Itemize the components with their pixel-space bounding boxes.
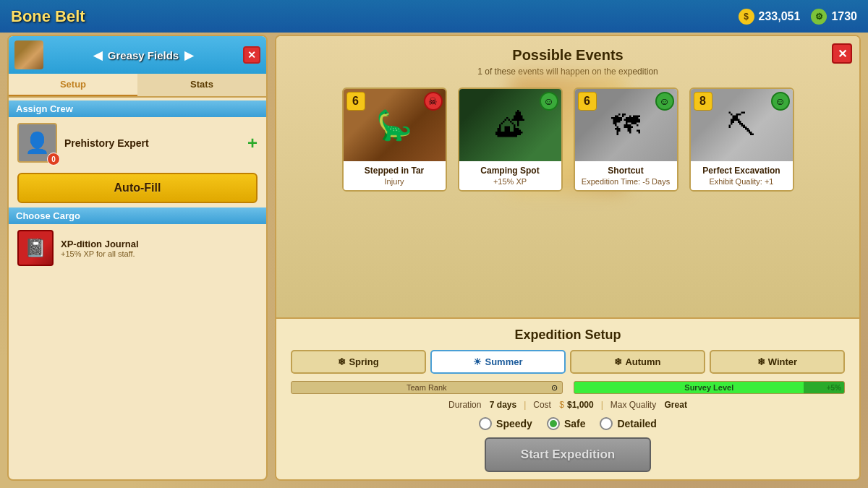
start-expedition-button[interactable]: Start Expedition — [485, 437, 651, 472]
location-thumb-img — [14, 40, 43, 69]
auto-fill-button[interactable]: Auto-Fill — [17, 173, 258, 203]
event-card-detail-1: +15% XP — [465, 177, 556, 186]
event-card-detail-0: Injury — [349, 177, 440, 186]
cargo-info: XP-dition Journal +15% XP for all staff. — [61, 239, 139, 258]
location-next-button[interactable]: ▶ — [184, 48, 193, 62]
top-bar: Bone Belt $ 233,051 ⚙ 1730 — [0, 0, 868, 33]
speedy-label: Speedy — [496, 418, 532, 429]
event-card-1[interactable]: 🏕 ☺ Camping Spot +15% XP — [458, 87, 563, 192]
crew-slot: 👤 0 Prehistory Expert + — [9, 117, 266, 168]
team-rank-bar-bg: Team Rank ⊙ — [291, 381, 563, 394]
winter-label: Winter — [768, 356, 797, 367]
summer-icon: ☀ — [473, 356, 482, 367]
season-summer-button[interactable]: ☀ Summer — [430, 350, 566, 374]
survey-level-label: Survey Level — [684, 383, 733, 392]
spring-icon: ❄ — [338, 356, 346, 367]
summer-label: Summer — [485, 356, 522, 367]
left-panel: ◀ Greasy Fields ▶ ✕ Setup Stats Assign C… — [7, 35, 268, 481]
event-status-2: ☺ — [655, 92, 674, 111]
team-rank-arrow: ⊙ — [551, 383, 558, 393]
coin-green-icon: ⚙ — [811, 9, 827, 25]
speedy-radio — [479, 417, 492, 430]
max-quality-stat: Max Quality Great — [610, 400, 687, 410]
main-close-button[interactable]: ✕ — [832, 43, 852, 64]
survey-level-bar: Survey Level +5% — [574, 381, 846, 394]
stat-sep-1: | — [524, 400, 526, 410]
spring-label: Spring — [349, 356, 378, 367]
detailed-radio — [600, 417, 613, 430]
currency-2: ⚙ 1730 — [811, 9, 857, 25]
currency-2-value: 1730 — [831, 10, 857, 23]
duration-label: Duration — [448, 400, 481, 410]
event-status-0: ☠ — [424, 92, 443, 111]
tab-stats[interactable]: Stats — [137, 74, 266, 96]
currency-1-value: 233,051 — [759, 10, 801, 23]
team-rank-bar: Team Rank ⊙ — [291, 381, 563, 394]
survey-level-bar-bg: Survey Level +5% — [574, 381, 846, 394]
event-card-info-2: Shortcut Expedition Time: -5 Days — [575, 161, 677, 190]
page-title: Bone Belt — [11, 7, 739, 26]
crew-avatar: 👤 0 — [17, 123, 57, 163]
event-card-info-0: Stepped in Tar Injury — [344, 161, 446, 190]
event-card-image-3: ⛏ 8 ☺ — [691, 89, 793, 161]
location-header: ◀ Greasy Fields ▶ ✕ — [9, 36, 266, 74]
team-rank-label: Team Rank — [407, 383, 447, 392]
location-thumbnail — [14, 40, 43, 69]
expedition-setup-title: Expedition Setup — [291, 328, 845, 343]
event-card-2[interactable]: 🗺 6 ☺ Shortcut Expedition Time: -5 Days — [574, 87, 678, 192]
resources-area: $ 233,051 ⚙ 1730 — [739, 9, 857, 25]
events-subtitle: 1 of these events will happen on the exp… — [291, 67, 845, 77]
add-crew-button[interactable]: + — [247, 133, 258, 153]
event-card-image-2: 🗺 6 ☺ — [575, 89, 677, 161]
mode-buttons: Speedy Safe Detailed — [291, 417, 845, 430]
crew-badge: 0 — [47, 153, 60, 166]
safe-label: Safe — [564, 418, 586, 429]
duration-stat: Duration 7 days — [448, 400, 516, 410]
stats-row: Duration 7 days | Cost $ $1,000 | Max Qu… — [291, 400, 845, 410]
location-close-button[interactable]: ✕ — [243, 46, 260, 64]
currency-1: $ 233,051 — [739, 9, 801, 25]
season-winter-button[interactable]: ❄ Winter — [710, 350, 845, 374]
choose-cargo-label: Choose Cargo — [9, 207, 266, 224]
main-area: ✕ Possible Events 1 of these events will… — [275, 35, 861, 481]
stat-sep-2: | — [601, 400, 603, 410]
event-card-info-1: Camping Spot +15% XP — [459, 161, 561, 190]
event-status-3: ☺ — [771, 92, 790, 111]
avatar-silhouette-icon: 👤 — [25, 131, 50, 155]
location-prev-button[interactable]: ◀ — [93, 48, 102, 62]
event-card-name-0: Stepped in Tar — [349, 166, 440, 176]
cost-stat: Cost $ $1,000 — [533, 400, 593, 410]
event-card-name-1: Camping Spot — [465, 166, 556, 176]
cargo-icon: 📓 — [17, 230, 54, 266]
location-name: Greasy Fields — [108, 49, 179, 61]
season-autumn-button[interactable]: ❄ Autumn — [570, 350, 705, 374]
event-card-0[interactable]: 🦕 6 ☠ Stepped in Tar Injury — [342, 87, 447, 192]
season-buttons: ❄ Spring ☀ Summer ❄ Autumn ❄ Winter — [291, 350, 845, 374]
crew-member-name: Prehistory Expert — [64, 137, 240, 149]
tab-setup[interactable]: Setup — [9, 74, 137, 96]
event-card-3[interactable]: ⛏ 8 ☺ Perfect Excavation Exhibit Quality… — [689, 87, 794, 192]
event-number-3: 8 — [694, 92, 712, 111]
events-area: Possible Events 1 of these events will h… — [276, 36, 859, 317]
mode-detailed-button[interactable]: Detailed — [600, 417, 656, 430]
event-status-1: ☺ — [540, 92, 558, 111]
winter-icon: ❄ — [757, 356, 765, 367]
location-nav: ◀ Greasy Fields ▶ — [48, 48, 239, 62]
panel-tabs: Setup Stats — [9, 74, 266, 98]
mode-safe-button[interactable]: Safe — [547, 417, 586, 430]
max-quality-label: Max Quality — [610, 400, 656, 410]
autumn-label: Autumn — [625, 356, 660, 367]
mode-speedy-button[interactable]: Speedy — [479, 417, 532, 430]
event-card-image-0: 🦕 6 ☠ — [344, 89, 446, 161]
event-card-name-3: Perfect Excavation — [697, 166, 787, 176]
cost-label: Cost — [533, 400, 551, 410]
season-spring-button[interactable]: ❄ Spring — [291, 350, 426, 374]
cargo-item: 📓 XP-dition Journal +15% XP for all staf… — [9, 224, 266, 272]
detailed-label: Detailed — [617, 418, 656, 429]
events-title: Possible Events — [291, 47, 845, 64]
max-quality-value: Great — [665, 400, 687, 410]
event-card-detail-3: Exhibit Quality: +1 — [697, 177, 787, 186]
safe-radio — [547, 417, 560, 430]
autumn-icon: ❄ — [614, 356, 622, 367]
cost-currency-icon: $ — [559, 400, 564, 410]
